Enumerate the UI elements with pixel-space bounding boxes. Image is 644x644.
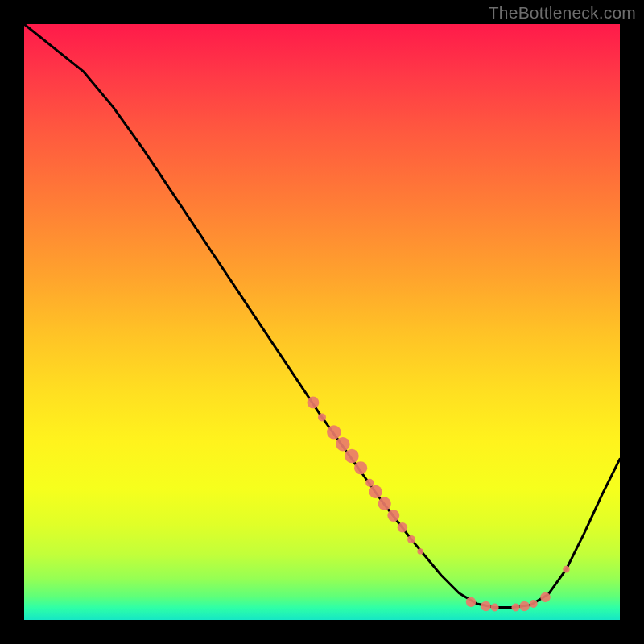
data-point	[308, 397, 320, 409]
data-point	[417, 548, 423, 554]
data-point	[318, 413, 326, 421]
data-point	[387, 510, 399, 522]
data-point	[378, 497, 391, 510]
data-point	[365, 479, 374, 487]
data-point	[563, 566, 570, 573]
data-point	[336, 437, 349, 451]
bottleneck-curve	[24, 24, 620, 608]
data-point	[345, 449, 358, 463]
data-point	[327, 425, 341, 439]
data-point	[512, 604, 520, 612]
data-point	[354, 461, 367, 474]
data-point	[369, 485, 382, 498]
data-point	[481, 601, 490, 611]
data-point	[530, 600, 538, 608]
data-point	[519, 601, 529, 611]
data-point	[407, 535, 415, 543]
chart-svg	[24, 24, 620, 620]
chart-frame: TheBottleneck.com	[0, 0, 644, 644]
watermark-label: TheBottleneck.com	[489, 3, 636, 23]
data-point	[540, 592, 550, 602]
data-point	[466, 597, 476, 607]
data-point	[398, 522, 407, 532]
data-point	[491, 604, 499, 612]
plot-area	[24, 24, 620, 620]
